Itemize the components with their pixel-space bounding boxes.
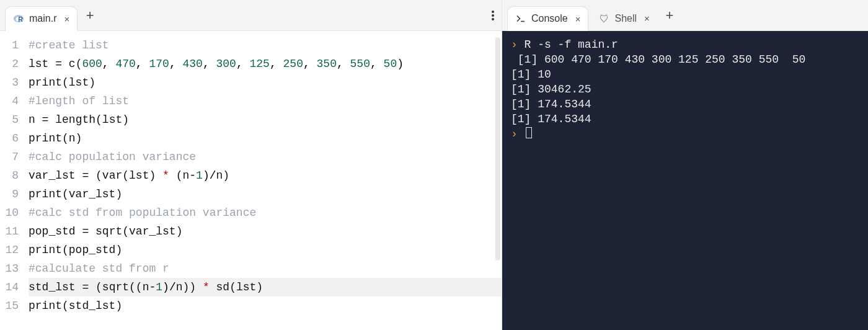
- line-number: 5: [0, 110, 19, 129]
- tab-close-icon[interactable]: ×: [64, 14, 69, 24]
- line-number: 6: [0, 129, 19, 148]
- svg-text:R: R: [18, 16, 23, 23]
- code-line[interactable]: var_lst = (var(lst) * (n-1)/n): [29, 166, 502, 185]
- terminal-line: [1] 174.5344: [511, 112, 859, 127]
- terminal-tab-bar: Console×Shell× +: [502, 0, 868, 31]
- shell-icon: [598, 13, 609, 24]
- editor-pane: Rmain.r× + 123456789101112131415 #create…: [0, 0, 502, 330]
- r-lang-icon: R: [13, 13, 24, 24]
- code-content[interactable]: #create listlst = c(600, 470, 170, 430, …: [25, 36, 502, 330]
- line-number: 10: [0, 203, 19, 222]
- code-line[interactable]: #length of list: [29, 92, 502, 110]
- code-line[interactable]: std_lst = (sqrt((n-1)/n)) * sd(lst): [29, 278, 502, 297]
- line-number: 7: [0, 148, 19, 166]
- console-icon: [515, 13, 526, 24]
- line-number: 12: [0, 241, 19, 259]
- code-editor[interactable]: 123456789101112131415 #create listlst = …: [0, 31, 502, 330]
- line-number: 3: [0, 73, 19, 92]
- terminal-line: › R -s -f main.r: [511, 37, 859, 52]
- terminal-line: ›: [511, 127, 859, 141]
- tab-close-icon[interactable]: ×: [644, 13, 650, 24]
- code-line[interactable]: print(lst): [29, 73, 502, 92]
- tab-label: Console: [531, 13, 568, 24]
- new-terminal-tab-button[interactable]: +: [660, 6, 680, 25]
- line-number: 11: [0, 222, 19, 241]
- terminal-output[interactable]: › R -s -f main.r [1] 600 470 170 430 300…: [502, 31, 868, 330]
- line-number: 9: [0, 185, 19, 203]
- line-number: 14: [0, 278, 19, 297]
- code-line[interactable]: #calc population variance: [29, 148, 502, 166]
- terminal-line: [1] 30462.25: [511, 82, 859, 97]
- line-number: 13: [0, 259, 19, 278]
- line-number-gutter: 123456789101112131415: [0, 36, 25, 330]
- new-tab-button[interactable]: +: [80, 6, 100, 25]
- tab-close-icon[interactable]: ×: [575, 14, 581, 24]
- code-line[interactable]: print(std_lst): [29, 297, 502, 315]
- code-line[interactable]: lst = c(600, 470, 170, 430, 300, 125, 25…: [29, 55, 502, 73]
- code-line[interactable]: print(pop_std): [29, 241, 502, 259]
- code-line[interactable]: #create list: [29, 36, 502, 55]
- terminal-line: [1] 600 470 170 430 300 125 250 350 550 …: [511, 52, 859, 67]
- terminal-tab-console[interactable]: Console×: [507, 6, 588, 31]
- editor-tab-bar: Rmain.r× +: [0, 0, 502, 31]
- code-line[interactable]: #calculate std from r: [29, 259, 502, 278]
- tab-label: Shell: [614, 13, 637, 24]
- code-line[interactable]: n = length(lst): [29, 110, 502, 129]
- more-menu-icon[interactable]: [492, 11, 494, 20]
- terminal-cursor: [526, 127, 532, 138]
- editor-tab-main-r[interactable]: Rmain.r×: [5, 6, 78, 31]
- line-number: 8: [0, 166, 19, 185]
- code-line[interactable]: print(var_lst): [29, 185, 502, 203]
- terminal-line: [1] 10: [511, 67, 859, 82]
- code-line[interactable]: pop_std = sqrt(var_lst): [29, 222, 502, 241]
- code-line[interactable]: #calc std from population variance: [29, 203, 502, 222]
- terminal-tab-shell[interactable]: Shell×: [591, 6, 657, 31]
- line-number: 2: [0, 55, 19, 73]
- line-number: 4: [0, 92, 19, 110]
- terminal-line: [1] 174.5344: [511, 97, 859, 112]
- tab-label: main.r: [29, 13, 56, 24]
- terminal-pane: Console×Shell× + › R -s -f main.r [1] 60…: [502, 0, 868, 330]
- code-line[interactable]: print(n): [29, 129, 502, 148]
- line-number: 1: [0, 36, 19, 55]
- editor-scrollbar[interactable]: [495, 37, 500, 261]
- line-number: 15: [0, 297, 19, 315]
